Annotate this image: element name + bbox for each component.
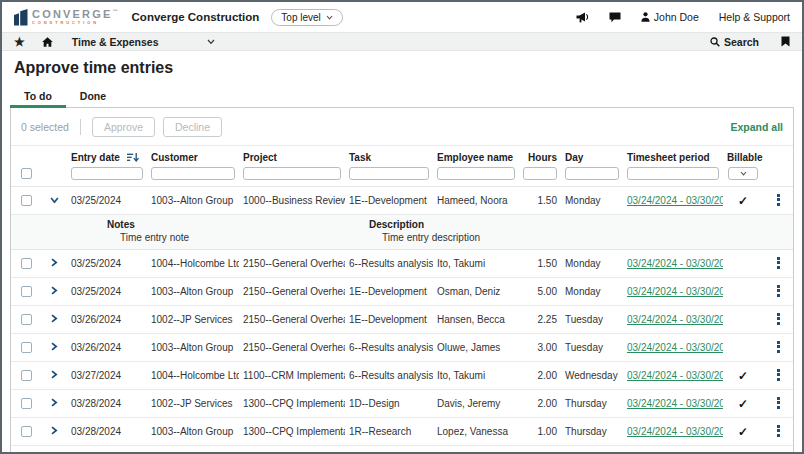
content-panel: 0 selected Approve Decline Expand all En… xyxy=(10,108,794,454)
cell-task: 1D--Design xyxy=(345,390,433,418)
row-checkbox[interactable] xyxy=(21,258,32,269)
cell-entry-date: 03/28/2024 xyxy=(67,390,147,418)
cell-project: 2150--General Overhead xyxy=(239,250,345,278)
row-checkbox[interactable] xyxy=(21,342,32,353)
cell-task: 1E--Development xyxy=(345,278,433,306)
expand-row-icon[interactable] xyxy=(50,286,58,295)
table-filter-row xyxy=(11,165,793,187)
filter-project-input[interactable] xyxy=(243,167,341,180)
expand-all-link[interactable]: Expand all xyxy=(730,121,783,133)
table-header-row: Entry date Customer Project Task Employe… xyxy=(11,146,793,166)
row-checkbox[interactable] xyxy=(21,195,32,206)
col-project: Project xyxy=(239,146,345,166)
cell-entry-date: 03/25/2024 xyxy=(67,187,147,215)
cell-project: 1300--CPQ Implementation xyxy=(239,390,345,418)
tab-todo[interactable]: To do xyxy=(10,85,66,107)
collapse-row-icon[interactable] xyxy=(50,196,59,204)
favorites-star-icon[interactable]: ★ xyxy=(14,36,25,48)
row-menu-icon[interactable] xyxy=(773,282,784,299)
trademark-symbol: ™ xyxy=(113,8,118,14)
table-body: 03/25/20241003--Alton Group1000--Busines… xyxy=(11,187,793,454)
row-checkbox[interactable] xyxy=(21,426,32,437)
row-menu-icon[interactable] xyxy=(773,338,784,355)
cell-entry-date: 03/25/2024 xyxy=(67,250,147,278)
row-checkbox[interactable] xyxy=(21,314,32,325)
expand-row-icon[interactable] xyxy=(50,398,58,407)
expand-row-icon[interactable] xyxy=(50,342,58,351)
search-button[interactable]: Search xyxy=(710,36,759,48)
cell-hours: 2.25 xyxy=(519,306,561,334)
approve-button[interactable]: Approve xyxy=(92,117,155,137)
filter-customer-input[interactable] xyxy=(151,167,235,180)
col-task: Task xyxy=(345,146,433,166)
row-menu-icon[interactable] xyxy=(773,450,784,454)
cell-entry-date: 03/28/2024 xyxy=(67,418,147,446)
page-title: Approve time entries xyxy=(2,51,802,85)
scope-selector-label: Top level xyxy=(281,12,320,23)
home-icon[interactable] xyxy=(42,37,53,47)
row-checkbox[interactable] xyxy=(21,398,32,409)
chat-icon[interactable] xyxy=(609,12,621,23)
filter-period-input[interactable] xyxy=(627,167,719,180)
timesheet-period-link[interactable]: 03/24/2024 - 03/30/2024 xyxy=(627,286,723,297)
timesheet-period-link[interactable]: 03/24/2024 - 03/30/2024 xyxy=(627,195,723,206)
row-menu-icon[interactable] xyxy=(773,366,784,383)
row-menu-icon[interactable] xyxy=(773,254,784,271)
cell-hours: 2.00 xyxy=(519,362,561,390)
bookmark-icon[interactable] xyxy=(781,36,790,47)
timesheet-period-link[interactable]: 03/24/2024 - 03/30/2024 xyxy=(627,258,723,269)
cell-employee: Ito, Takumi xyxy=(433,250,519,278)
row-menu-icon[interactable] xyxy=(773,310,784,327)
select-all-checkbox[interactable] xyxy=(21,168,32,179)
timesheet-period-link[interactable]: 03/24/2024 - 03/30/2024 xyxy=(627,370,723,381)
table-row: 03/25/20241003--Alton Group2150--General… xyxy=(11,278,793,306)
filter-entry-date-input[interactable] xyxy=(71,167,143,180)
cell-hours: 1.50 xyxy=(519,187,561,215)
expand-row-icon[interactable] xyxy=(50,370,58,379)
expand-row-icon[interactable] xyxy=(50,314,58,323)
nav-menu-chevron-icon[interactable] xyxy=(207,39,215,45)
cell-employee: Sheng, Jenna xyxy=(433,446,519,454)
expand-row-icon[interactable] xyxy=(50,258,58,267)
tab-done[interactable]: Done xyxy=(66,85,120,107)
row-menu-icon[interactable] xyxy=(773,422,784,439)
cell-entry-date: 03/26/2024 xyxy=(67,334,147,362)
timesheet-period-link[interactable]: 03/24/2024 - 03/30/2024 xyxy=(627,398,723,409)
time-entries-table: Entry date Customer Project Task Employe… xyxy=(11,145,793,454)
col-timesheet-period: Timesheet period xyxy=(623,146,723,166)
expand-row-icon[interactable] xyxy=(50,426,58,435)
sort-descending-icon[interactable] xyxy=(127,153,139,163)
cell-task: 1E--Development xyxy=(345,187,433,215)
filter-day-input[interactable] xyxy=(565,167,619,180)
timesheet-period-link[interactable]: 03/24/2024 - 03/30/2024 xyxy=(627,314,723,325)
timesheet-period-link[interactable]: 03/24/2024 - 03/30/2024 xyxy=(627,342,723,353)
nav-menu-time-expenses[interactable]: Time & Expenses xyxy=(72,36,159,48)
timesheet-period-link[interactable]: 03/24/2024 - 03/30/2024 xyxy=(627,426,723,437)
toolbar-divider xyxy=(80,119,81,135)
nav-menu-label: Time & Expenses xyxy=(72,36,159,48)
filter-hours-input[interactable] xyxy=(523,167,557,180)
row-checkbox[interactable] xyxy=(21,286,32,297)
scope-selector[interactable]: Top level xyxy=(271,9,342,26)
row-menu-icon[interactable] xyxy=(773,191,784,208)
cell-day: Tuesday xyxy=(561,334,623,362)
help-support-link[interactable]: Help & Support xyxy=(719,11,790,23)
filter-task-input[interactable] xyxy=(349,167,429,180)
table-row: 03/26/20241003--Alton Group2150--General… xyxy=(11,334,793,362)
announcements-icon[interactable] xyxy=(576,12,589,23)
row-menu-icon[interactable] xyxy=(773,394,784,411)
filter-employee-input[interactable] xyxy=(437,167,515,180)
cell-project: 1000--Business Review xyxy=(239,446,345,454)
decline-button[interactable]: Decline xyxy=(163,117,222,137)
table-row: 03/26/20241002--JP Services2150--General… xyxy=(11,306,793,334)
billable-check-icon: ✓ xyxy=(738,369,748,383)
cell-hours: 2.00 xyxy=(519,390,561,418)
row-checkbox[interactable] xyxy=(21,370,32,381)
cell-project: 1000--Business Review xyxy=(239,187,345,215)
user-menu[interactable]: John Doe xyxy=(641,11,699,23)
table-row: 03/27/20241004--Holcombe Ltd1100--CRM Im… xyxy=(11,362,793,390)
col-employee-name: Employee name xyxy=(433,146,519,166)
filter-billable-select[interactable] xyxy=(728,167,758,180)
chevron-down-icon xyxy=(740,171,747,176)
cell-hours: 5.00 xyxy=(519,278,561,306)
